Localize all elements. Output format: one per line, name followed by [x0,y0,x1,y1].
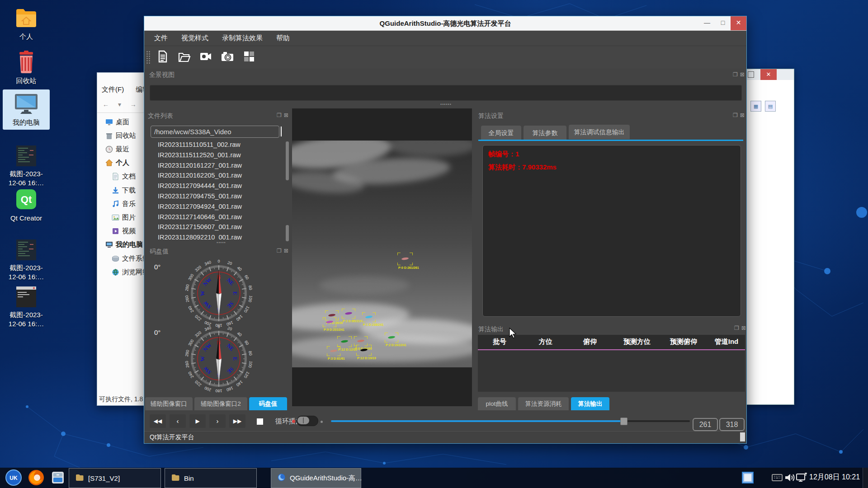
svg-text:120: 120 [243,305,250,313]
current-frame-box[interactable]: 261 [693,418,718,431]
settings-tab-1[interactable]: 全局设置 [481,126,521,140]
dials-float-close-icons[interactable]: ❐⊠ [277,248,291,254]
file-row[interactable]: IR20231127150607_001.raw [158,223,279,234]
file-row[interactable]: IR20231115110511_002.raw [158,141,279,151]
total-frame-box[interactable]: 318 [719,418,745,431]
minimize-button[interactable]: — [699,16,715,30]
panorama-strip[interactable] [150,85,742,101]
toggle-knob[interactable] [297,417,309,424]
fm-sidebar-item-我的电脑[interactable]: 我的电脑 [105,239,143,250]
file-row[interactable]: IR20231115112520_001.raw [158,151,279,162]
file-row[interactable]: IR20231120162205_001.raw [158,172,279,182]
music-icon [112,200,119,208]
desktop-icon-6[interactable]: 截图-2023-12-06 16:… [3,239,50,282]
app-window[interactable]: QGuideArithStudio-高德光电算法开发平台 — □ ✕ 文件视觉样… [144,16,747,444]
image-panel: P:0 D:261/261 P:4 D:26/30 P:2 D:85/219 P… [292,108,472,406]
file-row[interactable]: IR20231120161227_001.raw [158,162,279,172]
fm-sidebar-item-下载[interactable]: 下载 [112,185,136,196]
file-row[interactable]: IR20231127094924_001.raw [158,203,279,213]
file-row[interactable]: IR20231127094444_001.raw [158,182,279,192]
prev-frame-button[interactable]: ‹ [170,414,186,428]
maximize-button[interactable]: □ [715,16,731,30]
left-tab-3[interactable]: 码盘值 [249,397,287,410]
background-window-right[interactable]: ✕ ▦ ▤ [744,69,794,405]
file-manager-icon[interactable] [51,470,65,485]
input-method-icon[interactable] [742,472,754,483]
fm-sidebar-item-桌面[interactable]: 桌面 [105,117,129,127]
right-tab-1[interactable]: plot曲线 [478,397,516,410]
desktop-icon-4[interactable]: 截图-2023-12-06 16:… [3,145,50,188]
loop-toggle[interactable] [297,416,318,426]
menu-1[interactable]: 文件 [154,34,168,42]
menubar[interactable]: 文件视觉样式录制算法效果帮助 [144,31,746,46]
file-row[interactable]: IR20231127140646_001.raw [158,213,279,224]
menu-4[interactable]: 帮助 [276,34,290,42]
right-tab-2[interactable]: 算法资源消耗 [518,397,569,410]
menu-2[interactable]: 视觉样式 [181,34,208,42]
menu-3[interactable]: 录制算法效果 [222,34,263,42]
resize-grip[interactable] [740,432,745,441]
panorama-float-close-icons[interactable]: ❐⊠ [733,71,747,78]
left-tab-2[interactable]: 辅助图像窗口2 [194,397,247,410]
open-folder-icon[interactable] [178,50,191,63]
filelist-float-close-icons[interactable]: ❐⊠ [277,112,291,118]
next-frame-button[interactable]: › [209,414,226,428]
titlebar[interactable]: QGuideArithStudio-高德光电算法开发平台 — □ ✕ [144,16,746,31]
filelist-scrollbar[interactable] [286,141,289,180]
fm-sidebar-item-音乐[interactable]: 音乐 [112,198,136,209]
fm-sidebar-item-个人[interactable]: 个人 [105,158,129,169]
desktop-icon-3[interactable]: 我的电脑 [3,89,50,130]
fm-menu-1[interactable]: 文件(F) [102,85,124,93]
toolbar-drag-handle[interactable] [146,51,151,64]
desktop-icon-2[interactable]: 回收站 [3,51,50,85]
stop-button[interactable] [252,414,268,428]
seek-slider-handle[interactable] [620,418,627,425]
grid-view-icon[interactable]: ▦ [750,101,761,112]
settings-tab-3[interactable]: 算法调试信息输出 [569,125,630,139]
task-button-3[interactable]: QGuideArithStudio-高… [271,468,361,488]
desktop-icon-1[interactable]: 个人 [3,7,50,41]
task-button-1[interactable]: [S731_V2] [69,468,161,488]
start-menu-icon[interactable]: UK [5,469,22,486]
network-icon[interactable] [796,472,808,483]
desktop-icon-7[interactable]: 截图-2023-12-06 16:… [3,286,50,328]
bgwin-close-button[interactable]: ✕ [760,69,777,80]
show-desktop-button[interactable] [863,468,868,488]
right-tab-3[interactable]: 算法输出 [571,397,609,410]
output-float-close-icons[interactable]: ❐⊠ [734,325,748,331]
list-view-icon[interactable]: ▤ [765,101,776,112]
path-input[interactable]: /home/wcw/S338A_Video [151,126,279,138]
file-list[interactable]: IR20231115110511_002.rawIR20231115112520… [158,141,279,239]
new-file-icon[interactable] [156,50,170,63]
filelist-scrollbar[interactable] [286,225,289,241]
file-row[interactable]: IR20231128092210_001.raw [158,234,279,239]
fm-sidebar-item-最近[interactable]: 最近 [105,144,129,155]
firefox-icon[interactable] [28,469,44,486]
play-button[interactable]: ▶ [189,414,206,428]
task-button-2[interactable]: Bin [165,468,257,488]
desktop-icon-5[interactable]: QtQt Creator [3,188,50,223]
fm-sidebar-item-回收站[interactable]: 回收站 [105,130,136,141]
volume-icon[interactable] [784,472,796,483]
layout-grid-icon[interactable] [242,50,256,63]
settings-float-close-icons[interactable]: ❐⊠ [733,112,747,118]
taskbar-clock[interactable]: 12月08日 10:21 [809,473,860,482]
close-button[interactable]: ✕ [731,16,746,30]
splitter-handle[interactable]: ••••• [217,240,226,245]
settings-tab-2[interactable]: 算法参数 [524,126,566,140]
file-row[interactable]: IR20231127094755_001.raw [158,192,279,203]
ir-video-frame[interactable]: P:0 D:261/261 P:4 D:26/30 P:2 D:85/219 P… [292,141,472,367]
svg-text:NW: NW [202,276,213,287]
keyboard-icon[interactable] [772,472,783,483]
camera-icon[interactable] [221,50,234,63]
video-record-icon[interactable] [199,50,212,63]
rewind-button[interactable]: ◀◀ [150,414,166,428]
fm-sidebar-item-视频[interactable]: 视频 [112,226,136,237]
svg-text:80: 80 [248,351,253,356]
fm-sidebar-item-图片[interactable]: 图片 [112,212,136,223]
left-tab-1[interactable]: 辅助图像窗口 [145,397,193,410]
bgwin-maximize-icon[interactable] [748,71,754,78]
fast-forward-button[interactable]: ▶▶ [229,414,245,428]
fm-sidebar-item-文档[interactable]: 文档 [112,171,136,182]
splitter-handle[interactable]: •••••• [440,102,452,107]
